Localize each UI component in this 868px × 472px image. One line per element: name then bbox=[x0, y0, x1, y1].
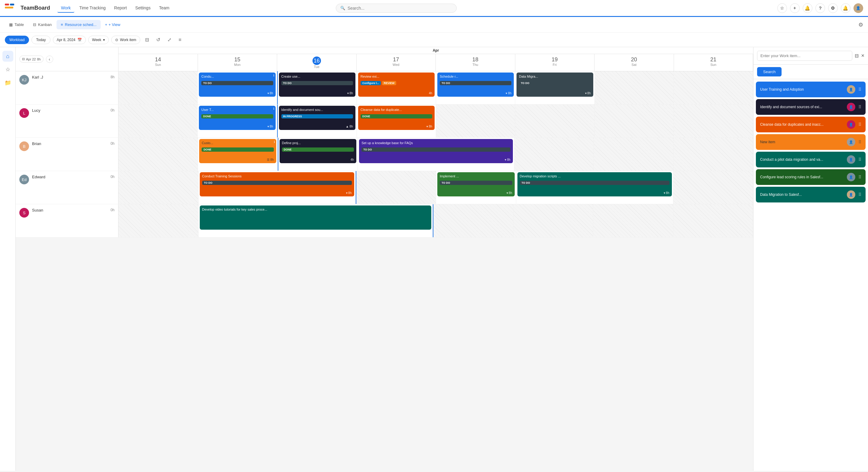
day-num-mon15: 15 bbox=[199, 57, 276, 63]
task-schedule[interactable]: Schedule r... TO DO ▾ 8h bbox=[437, 72, 514, 97]
day-num-sun14: 14 bbox=[120, 57, 196, 63]
task-video-tutorials[interactable]: Develop video tutorials for key sales pr… bbox=[200, 206, 432, 230]
karl-fri19[interactable]: Data Migra... TO DO ▾ 8h bbox=[515, 71, 594, 104]
edward-thu18[interactable]: Implement ... TO DO ▾ 8h bbox=[436, 171, 516, 204]
panel-item-6[interactable]: Data Migration to Salesf... 👤 ⠿ bbox=[756, 187, 866, 202]
brian-hours: 0h bbox=[111, 141, 115, 146]
workload-btn[interactable]: Workload bbox=[5, 36, 29, 44]
prev-week-btn[interactable]: ‹ bbox=[46, 56, 53, 63]
edward-migration-span[interactable]: Develop migration scripts ... TO DO ▾ 8h bbox=[516, 171, 673, 204]
brian-tue16[interactable]: Define proj... DONE 4h bbox=[278, 138, 358, 171]
filter-icon: ⊟ bbox=[22, 57, 25, 61]
task-create-use[interactable]: Create use... TO DO ▾ 8h bbox=[279, 72, 355, 97]
nav-time-tracking[interactable]: Time Tracking bbox=[75, 4, 109, 13]
panel-filter-icon[interactable]: ⊟ bbox=[855, 53, 859, 59]
nav-settings[interactable]: Settings bbox=[132, 4, 154, 13]
panel-item-5[interactable]: Configure lead scoring rules in Salesf..… bbox=[756, 169, 866, 185]
panel-item-2[interactable]: Cleanse data for duplicates and inacc...… bbox=[756, 117, 866, 132]
nav-team[interactable]: Team bbox=[155, 4, 173, 13]
global-search-bar[interactable]: 🔍 bbox=[336, 4, 457, 13]
task-user-t[interactable]: ℹ User T... DONE ▾ 8h bbox=[199, 106, 275, 130]
expand-btn[interactable]: ⤢ bbox=[165, 35, 174, 44]
karl-sun21 bbox=[674, 71, 753, 104]
panel-item-1[interactable]: Identify and document sources of exi... … bbox=[756, 99, 866, 115]
nav-report[interactable]: Report bbox=[111, 4, 130, 13]
work-item-search-input[interactable] bbox=[757, 51, 852, 61]
task-review[interactable]: Review exi... Configure l... REVIEW 4h bbox=[358, 72, 435, 97]
task-condu[interactable]: ℹ Condu... TO DO ▾ 8h bbox=[199, 72, 275, 97]
task-define[interactable]: Define proj... DONE 4h bbox=[280, 139, 356, 163]
status-badge: TO DO bbox=[201, 81, 273, 85]
sidebar-star[interactable]: ☆ bbox=[2, 64, 13, 75]
panel-item-4[interactable]: Conduct a pilot data migration and va...… bbox=[756, 152, 866, 167]
task-cleanse[interactable]: Cleanse data for duplicate... DONE ▾ 8h bbox=[358, 106, 435, 130]
user-avatar[interactable]: 👤 bbox=[854, 3, 863, 13]
task-implement[interactable]: Implement ... TO DO ▾ 8h bbox=[437, 172, 515, 196]
task-title: Implement ... bbox=[440, 174, 512, 178]
task-footer: ▾ 8h bbox=[281, 92, 353, 95]
star-btn[interactable]: ☆ bbox=[777, 3, 787, 13]
tab-resource-sched[interactable]: ≡ Resource sched... bbox=[57, 20, 101, 29]
task-custo[interactable]: ℹ Custo... DONE ☰ 8h bbox=[199, 139, 276, 163]
cal-rows: KJ Karl .J 8h ℹ Condu... bbox=[16, 71, 753, 471]
panel-close-icon[interactable]: × bbox=[861, 53, 864, 59]
status-badge: TO DO bbox=[202, 181, 352, 185]
lucy-wed17[interactable]: Cleanse data for duplicate... DONE ▾ 8h bbox=[357, 104, 436, 137]
notif-btn[interactable]: 🔔 bbox=[841, 3, 850, 13]
nav-work[interactable]: Work bbox=[57, 4, 74, 13]
info-icon: ℹ bbox=[274, 140, 275, 144]
days-header: Apr 14 Sun 15 Mon 16 Tue bbox=[119, 47, 753, 71]
task-identify[interactable]: Identify and document sou... IN PROGRESS… bbox=[279, 106, 355, 130]
drag-icon-2: ⠿ bbox=[858, 122, 861, 127]
sliders-btn[interactable]: ≡ bbox=[176, 35, 184, 44]
alert-icon[interactable]: 🔔 bbox=[803, 3, 812, 13]
panel-item-3[interactable]: New item 👤 ⠿ bbox=[756, 134, 866, 150]
settings-btn[interactable]: ⚙ bbox=[828, 3, 838, 13]
panel-items-list: User Training and Adoption 👤 ⠿ Identify … bbox=[753, 79, 868, 471]
day-num-thu18: 18 bbox=[437, 57, 514, 63]
add-view-btn[interactable]: + + View bbox=[101, 20, 124, 29]
tab-kanban[interactable]: ⊟ Kanban bbox=[29, 20, 56, 29]
today-btn[interactable]: Today bbox=[31, 36, 50, 44]
brian-fri19 bbox=[515, 138, 594, 171]
task-migration-scripts[interactable]: Develop migration scripts ... TO DO ▾ 8h bbox=[518, 172, 672, 196]
drag-icon-0: ⠿ bbox=[858, 87, 861, 92]
avatar-edward: Ed bbox=[19, 175, 29, 184]
brian-wed17-span[interactable]: Set up a knowledge base for FAQs TO DO ▾… bbox=[358, 138, 515, 171]
sidebar-home[interactable]: ⌂ bbox=[2, 51, 13, 62]
sidebar-folder[interactable]: 📁 bbox=[2, 77, 13, 88]
filter-btn[interactable]: ⊟ bbox=[143, 35, 151, 44]
lucy-mon15[interactable]: ℹ User T... DONE ▾ 8h bbox=[198, 104, 277, 137]
view-settings-icon[interactable]: ⚙ bbox=[858, 22, 863, 28]
panel-item-text-0: User Training and Adoption bbox=[760, 87, 844, 92]
task-conduct-training[interactable]: Conduct Training Sessions TO DO ▾ 8h bbox=[200, 172, 354, 196]
task-knowledge-base[interactable]: Set up a knowledge base for FAQs TO DO ▾… bbox=[359, 139, 513, 163]
lucy-tue16[interactable]: Identify and document sou... IN PROGRESS… bbox=[277, 104, 357, 137]
status-badge: TO DO bbox=[440, 181, 512, 185]
karl-tue16[interactable]: Create use... TO DO ▾ 8h bbox=[277, 71, 357, 104]
karl-mon15[interactable]: ℹ Condu... TO DO ▾ 8h bbox=[198, 71, 277, 104]
filter-badge[interactable]: ⊟ Apr 22 8h bbox=[19, 56, 43, 63]
karl-wed17[interactable]: Review exi... Configure l... REVIEW 4h bbox=[357, 71, 436, 104]
panel-search-btn[interactable]: Search bbox=[757, 67, 781, 76]
edward-conduct-span[interactable]: Conduct Training Sessions TO DO ▾ 8h bbox=[198, 171, 356, 204]
status-badge: TO DO bbox=[281, 81, 353, 85]
task-data-migra[interactable]: Data Migra... TO DO ▾ 8h bbox=[517, 72, 593, 97]
week-selector[interactable]: Week ▾ bbox=[88, 36, 109, 44]
logo-yellow bbox=[5, 7, 13, 8]
work-item-btn[interactable]: ⊙ Work item bbox=[111, 36, 140, 44]
panel-item-0[interactable]: User Training and Adoption 👤 ⠿ bbox=[756, 82, 866, 97]
date-picker[interactable]: Apr 8, 2024 📅 bbox=[53, 36, 86, 44]
task-footer: ▾ 8h bbox=[519, 92, 591, 95]
task-title: Conduct Training Sessions bbox=[202, 174, 352, 178]
brian-mon15[interactable]: ℹ Custo... DONE ☰ 8h bbox=[198, 138, 277, 171]
karl-thu18[interactable]: Schedule r... TO DO ▾ 8h bbox=[436, 71, 515, 104]
status-badge: DONE bbox=[202, 148, 274, 152]
refresh-btn[interactable]: ↺ bbox=[154, 35, 163, 44]
susan-mon-span[interactable]: Develop video tutorials for key sales pr… bbox=[198, 204, 433, 237]
question-btn[interactable]: ? bbox=[815, 3, 825, 13]
plus-btn[interactable]: ＋ bbox=[790, 3, 800, 13]
col-sun14: 14 Sun bbox=[119, 54, 198, 71]
global-search-input[interactable] bbox=[347, 6, 452, 10]
tab-table[interactable]: ▦ Table bbox=[5, 20, 28, 29]
